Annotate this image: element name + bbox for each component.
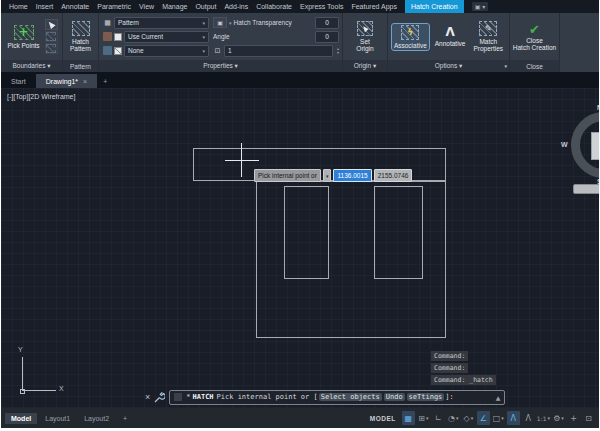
set-origin-icon [357, 21, 373, 36]
scale-spinner[interactable]: ▴▾ [337, 47, 339, 55]
pick-points-button[interactable]: + Pick Points [5, 24, 41, 50]
tab-home[interactable]: Home [9, 0, 28, 13]
model-tab[interactable]: Model [5, 413, 37, 424]
transparency-toggle-button[interactable]: ▣ [213, 17, 227, 28]
layout-tabs: Model Layout1 Layout2 + [5, 413, 133, 424]
tab-manage[interactable]: Manage [162, 0, 187, 13]
object-snap-icon[interactable]: □▾ [492, 411, 505, 425]
hatch-mini-icon [46, 44, 56, 53]
associative-button[interactable]: ϟ Associative [392, 24, 429, 50]
new-drawing-tab-button[interactable]: + [97, 74, 113, 88]
grid-icon[interactable]: ▦ [402, 411, 415, 425]
customize-wrench-icon[interactable] [154, 392, 165, 403]
tab-add-ins[interactable]: Add-ins [224, 0, 248, 13]
tab-collaborate[interactable]: Collaborate [256, 0, 292, 13]
set-origin-button[interactable]: Set Origin [354, 20, 375, 53]
close-tab-icon[interactable]: × [83, 78, 87, 85]
pattern-type-icon: ▦ [103, 18, 112, 27]
option-settings[interactable]: seTtings [407, 393, 445, 401]
viewcube[interactable]: N W S [567, 108, 599, 192]
command-icon [174, 393, 182, 401]
tooltip-options-arrow-icon[interactable]: ▾ [323, 169, 332, 182]
polar-tracking-icon[interactable]: ◔▾ [447, 411, 460, 425]
annotative-button[interactable]: Λ Annotative [433, 25, 468, 48]
pattern-type-combo[interactable]: Pattern▾ [114, 17, 209, 29]
recreate-boundary-button[interactable] [45, 43, 58, 54]
prompt-tooltip-label: Pick internal point or [254, 169, 321, 182]
autoscale-icon[interactable]: Λ [522, 411, 535, 425]
panel-launcher-icon[interactable]: ▾ [504, 63, 507, 69]
transparency-value-field[interactable]: 0 [315, 17, 339, 29]
close-command-line-icon[interactable]: × [145, 393, 150, 402]
hatch-color-combo[interactable]: Use Current▾ [124, 31, 209, 43]
scale-value-field[interactable]: 1 [224, 45, 333, 57]
tab-output[interactable]: Output [195, 0, 216, 13]
select-boundary-objects-button[interactable] [45, 19, 58, 30]
layout2-tab[interactable]: Layout2 [78, 413, 115, 424]
isodraft-icon[interactable]: ◇▾ [462, 411, 475, 425]
tab-parametric[interactable]: Parametric [97, 0, 131, 13]
background-color-icon [103, 46, 112, 55]
object-snap-tracking-icon[interactable]: ∠ [477, 411, 490, 425]
options-panel-label[interactable]: Options ▾ ▾ [388, 60, 509, 72]
wcs-dropdown[interactable] [573, 184, 599, 194]
viewcube-west-label[interactable]: W [561, 141, 568, 148]
autocad-window: Home Insert Annotate Parametric View Man… [1, 0, 599, 428]
properties-panel-label[interactable]: Properties ▾ [99, 60, 342, 72]
drawing-canvas[interactable]: [-][Top][2D Wireframe] N W S Pick intern… [1, 88, 599, 408]
boundaries-panel-label[interactable]: Boundaries ▾ [1, 60, 62, 72]
status-plus-icon[interactable]: + [567, 411, 580, 425]
angle-label: Angle [213, 33, 230, 40]
viewcube-top-face[interactable] [591, 132, 599, 160]
tab-hatch-creation[interactable]: Hatch Creation [405, 0, 464, 13]
new-layout-button[interactable]: + [117, 413, 133, 424]
file-tab-drawing1[interactable]: Drawing1* × [36, 74, 97, 88]
layout1-tab[interactable]: Layout1 [39, 413, 76, 424]
snap-icon[interactable]: ⊞▾ [417, 411, 430, 425]
panel-boundaries: + Pick Points Boundaries ▾ [1, 13, 63, 72]
match-properties-icon: ✎ [479, 21, 497, 36]
tab-annotate[interactable]: Annotate [61, 0, 89, 13]
annotation-visibility-icon[interactable]: Λ [507, 411, 520, 425]
close-hatch-creation-button[interactable]: ✔ Close Hatch Creation [511, 22, 558, 52]
drawn-rectangle[interactable] [374, 186, 423, 279]
remove-boundary-button[interactable] [45, 31, 58, 42]
dynamic-input-y-field[interactable]: 2155.0746 [374, 169, 413, 182]
history-line: Command: [431, 363, 468, 373]
model-space-label[interactable]: MODEL [370, 415, 396, 422]
command-history: Command: Command: Command: _hatch [431, 351, 496, 385]
command-history-expand-icon[interactable]: ▲ [496, 394, 501, 401]
option-select-objects[interactable]: Select objects [319, 393, 382, 401]
background-color-combo[interactable]: None▾ [124, 45, 209, 57]
tab-insert[interactable]: Insert [36, 0, 54, 13]
command-input-bar[interactable]: * HATCH Pick internal point or [ Select … [169, 390, 505, 405]
tab-view[interactable]: View [139, 0, 154, 13]
ribbon-display-toggle-icon[interactable]: ▣ ▾ [472, 2, 489, 11]
hatch-pattern-icon [72, 21, 90, 36]
ucs-icon: Y X [11, 350, 63, 396]
match-properties-button[interactable]: ✎ Match Properties [471, 20, 505, 53]
origin-panel-label[interactable]: Origin ▾ [343, 60, 387, 72]
panel-close: ✔ Close Hatch Creation Close [510, 13, 560, 72]
transparency-dropdown-icon[interactable]: ▾ [229, 20, 232, 26]
drawn-rectangle[interactable] [284, 186, 329, 279]
workspace-gear-icon[interactable]: ⚙▾ [552, 411, 565, 425]
angle-value-field[interactable]: 0 [315, 31, 339, 43]
dynamic-input-x-field[interactable]: 1136.0015 [333, 169, 371, 182]
cursor-icon [47, 20, 56, 29]
annotation-scale-icon[interactable]: 1:1▾ [537, 411, 550, 425]
panel-options: ϟ Associative Λ Annotative ✎ Match Prope… [388, 13, 510, 72]
option-undo[interactable]: Undo [384, 393, 405, 401]
file-tab-start[interactable]: Start [1, 74, 36, 88]
viewcube-north-label[interactable]: N [597, 104, 599, 111]
history-line: Command: _hatch [431, 375, 496, 385]
pattern-panel-label[interactable]: Pattern [63, 60, 98, 72]
tab-featured-apps[interactable]: Featured Apps [351, 0, 397, 13]
tab-express-tools[interactable]: Express Tools [300, 0, 343, 13]
hatch-pattern-button[interactable]: Hatch Pattern [68, 20, 93, 53]
isolate-objects-icon[interactable]: ⊡ [582, 411, 595, 425]
ortho-icon[interactable]: ∟ [432, 411, 445, 425]
crosshair-cursor [225, 160, 259, 161]
drawn-geometry-layer [1, 88, 599, 408]
hatch-scale-icon: ⊡ [213, 46, 222, 55]
